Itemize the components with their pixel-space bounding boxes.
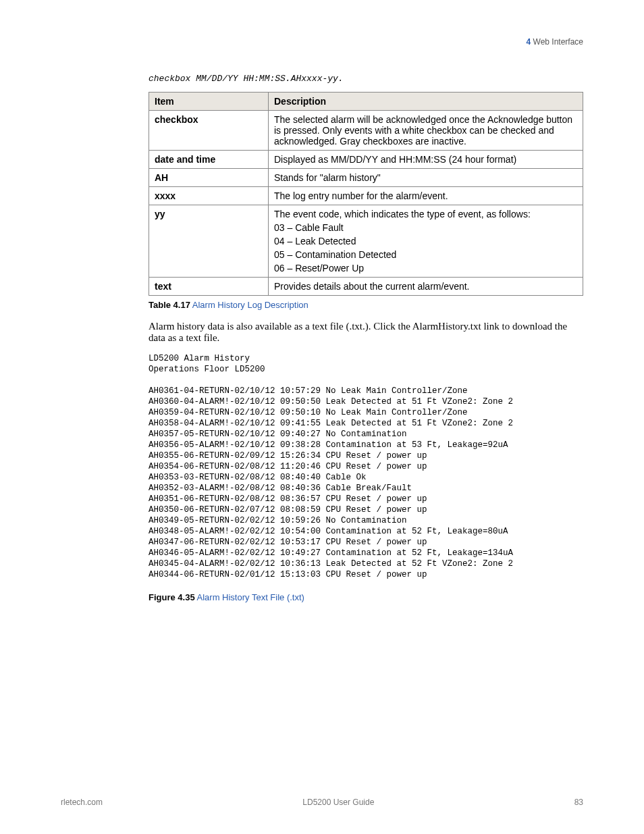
description-line: 03 – Cable Fault: [274, 222, 577, 233]
item-cell: text: [149, 278, 269, 296]
description-cell: Displayed as MM/DD/YY and HH:MM:SS (24 h…: [269, 151, 583, 169]
table-row: AHStands for "alarm history": [149, 169, 583, 187]
item-cell: checkbox: [149, 111, 269, 151]
item-cell: xxxx: [149, 187, 269, 205]
item-cell: yy: [149, 205, 269, 278]
page-footer: rletech.com LD5200 User Guide 83: [61, 798, 583, 807]
chapter-number: 4: [526, 37, 531, 47]
description-line: The log entry number for the alarm/event…: [274, 190, 577, 201]
table-row: textProvides details about the current a…: [149, 278, 583, 296]
description-line: 06 – Reset/Power Up: [274, 263, 577, 273]
table-caption-number: Table 4.17: [149, 300, 190, 310]
footer-left: rletech.com: [61, 798, 103, 807]
table-row: xxxxThe log entry number for the alarm/e…: [149, 187, 583, 205]
description-cell: The event code, which indicates the type…: [269, 205, 583, 278]
col-header-item: Item: [149, 93, 269, 111]
chapter-title: Web Interface: [533, 37, 583, 47]
format-syntax-line: checkbox MM/DD/YY HH:MM:SS.AHxxxx-yy.: [149, 74, 583, 84]
footer-center: LD5200 User Guide: [302, 798, 374, 807]
description-table: Item Description checkboxThe selected al…: [149, 92, 583, 296]
body-paragraph: Alarm history data is also available as …: [149, 321, 583, 344]
description-line: Stands for "alarm history": [274, 172, 577, 183]
description-line: The selected alarm will be acknowledged …: [274, 114, 577, 147]
figure-caption-number: Figure 4.35: [149, 592, 195, 602]
description-line: Provides details about the current alarm…: [274, 281, 577, 292]
footer-page-number: 83: [574, 798, 583, 807]
col-header-description: Description: [269, 93, 583, 111]
item-cell: date and time: [149, 151, 269, 169]
table-row: yyThe event code, which indicates the ty…: [149, 205, 583, 278]
description-cell: Provides details about the current alarm…: [269, 278, 583, 296]
table-caption: Table 4.17 Alarm History Log Description: [149, 300, 583, 310]
description-cell: Stands for "alarm history": [269, 169, 583, 187]
table-caption-title: Alarm History Log Description: [190, 300, 308, 310]
description-cell: The log entry number for the alarm/event…: [269, 187, 583, 205]
figure-caption-title: Alarm History Text File (.txt): [195, 592, 304, 602]
table-row: checkboxThe selected alarm will be ackno…: [149, 111, 583, 151]
description-line: 04 – Leak Detected: [274, 236, 577, 246]
description-line: The event code, which indicates the type…: [274, 209, 577, 219]
description-line: Displayed as MM/DD/YY and HH:MM:SS (24 h…: [274, 154, 577, 165]
figure-caption: Figure 4.35 Alarm History Text File (.tx…: [149, 592, 583, 602]
description-cell: The selected alarm will be acknowledged …: [269, 111, 583, 151]
alarm-history-log: LD5200 Alarm History Operations Floor LD…: [149, 353, 583, 580]
page-header: 4 Web Interface: [61, 37, 583, 47]
description-line: 05 – Contamination Detected: [274, 249, 577, 260]
table-row: date and timeDisplayed as MM/DD/YY and H…: [149, 151, 583, 169]
item-cell: AH: [149, 169, 269, 187]
